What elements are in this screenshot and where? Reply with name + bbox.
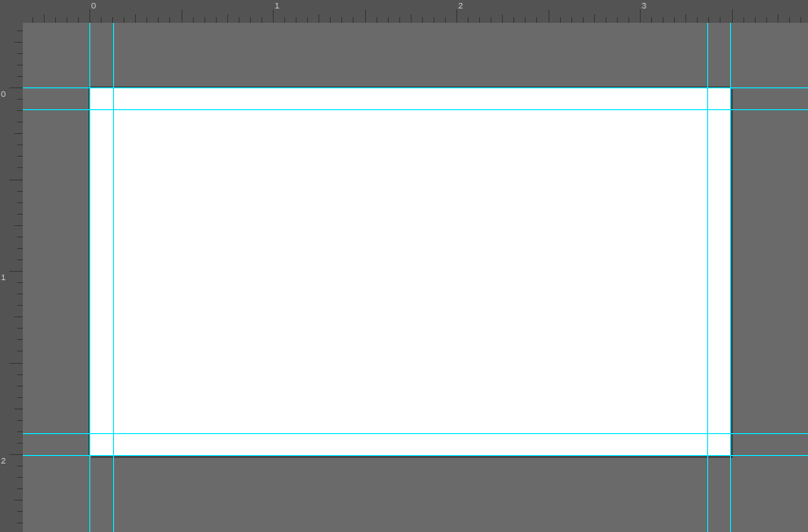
ruler-tick xyxy=(17,156,23,157)
workspace[interactable] xyxy=(23,23,808,532)
ruler-tick xyxy=(296,17,297,23)
ruler-label: 1 xyxy=(1,273,6,282)
guide-vertical[interactable] xyxy=(707,23,708,532)
ruler-tick xyxy=(502,14,503,23)
ruler-tick xyxy=(17,511,23,512)
ruler-label: 2 xyxy=(458,1,463,10)
ruler-tick xyxy=(456,10,457,23)
ruler-tick xyxy=(720,17,721,23)
ruler-tick xyxy=(17,522,23,523)
ruler-tick xyxy=(55,17,56,23)
ruler-tick xyxy=(548,10,549,23)
ruler-tick xyxy=(124,17,125,23)
ruler-tick xyxy=(479,17,480,23)
ruler-tick xyxy=(14,42,23,43)
ruler-tick xyxy=(78,17,79,23)
guide-horizontal[interactable] xyxy=(23,109,808,110)
ruler-tick xyxy=(17,248,23,249)
ruler-tick xyxy=(112,17,113,23)
ruler-tick xyxy=(14,500,23,501)
ruler-tick xyxy=(606,17,606,23)
ruler-tick xyxy=(273,10,274,23)
guide-horizontal[interactable] xyxy=(23,433,808,434)
ruler-tick xyxy=(17,110,23,111)
ruler-tick xyxy=(422,17,423,23)
ruler-tick xyxy=(146,17,147,23)
ruler-tick xyxy=(353,17,354,23)
ruler-tick xyxy=(491,17,491,23)
ruler-tick xyxy=(17,30,23,31)
ruler-tick xyxy=(44,14,45,23)
ruler-tick xyxy=(17,294,23,294)
ruler-tick xyxy=(89,10,90,23)
ruler-tick xyxy=(14,225,23,226)
ruler-tick xyxy=(17,202,23,203)
ruler-tick xyxy=(663,17,664,23)
ruler-tick xyxy=(14,133,23,134)
ruler-tick xyxy=(17,386,23,387)
ruler-tick xyxy=(32,17,33,23)
ruler-origin-corner[interactable] xyxy=(0,0,23,23)
ruler-tick xyxy=(766,17,767,23)
ruler-tick xyxy=(239,17,240,23)
ruler-tick xyxy=(67,17,67,23)
ruler-tick xyxy=(17,488,23,489)
ruler-tick xyxy=(628,17,629,23)
ruler-tick xyxy=(250,17,251,23)
ruler-tick xyxy=(216,17,217,23)
ruler-tick xyxy=(17,431,23,432)
ruler-tick xyxy=(10,454,23,455)
ruler-tick xyxy=(17,351,23,352)
ruler-tick xyxy=(101,17,102,23)
ruler-tick xyxy=(445,17,446,23)
ruler-tick xyxy=(341,17,342,23)
ruler-tick xyxy=(800,17,801,23)
ruler-tick xyxy=(17,259,23,260)
ruler-tick xyxy=(732,10,733,23)
ruler-horizontal[interactable]: 0123 xyxy=(23,0,808,23)
ruler-label: 2 xyxy=(1,456,6,466)
ruler-tick xyxy=(158,17,159,23)
guide-vertical[interactable] xyxy=(89,23,90,532)
ruler-label: 3 xyxy=(642,1,646,10)
ruler-tick xyxy=(284,17,285,23)
guide-horizontal[interactable] xyxy=(23,87,808,88)
ruler-tick xyxy=(14,316,23,317)
ruler-tick xyxy=(330,17,331,23)
ruler-tick xyxy=(17,374,23,375)
ruler-tick xyxy=(388,17,389,23)
canvas[interactable] xyxy=(89,87,730,455)
ruler-tick xyxy=(560,17,561,23)
guide-vertical[interactable] xyxy=(730,23,731,532)
ruler-label: 1 xyxy=(275,1,279,10)
ruler-tick xyxy=(17,420,23,421)
ruler-tick xyxy=(17,191,23,192)
ruler-tick xyxy=(10,363,23,364)
ruler-tick xyxy=(17,122,23,123)
ruler-tick xyxy=(17,305,23,306)
ruler-tick xyxy=(169,17,170,23)
ruler-tick xyxy=(525,17,526,23)
ruler-tick xyxy=(468,17,469,23)
ruler-vertical[interactable]: 012 xyxy=(0,23,23,532)
ruler-tick xyxy=(17,443,23,444)
ruler-tick xyxy=(307,17,308,23)
ruler-tick xyxy=(17,339,23,340)
guide-horizontal[interactable] xyxy=(23,455,808,456)
ruler-tick xyxy=(365,10,366,23)
ruler-tick xyxy=(697,17,698,23)
guide-vertical[interactable] xyxy=(113,23,114,532)
ruler-tick xyxy=(399,17,400,23)
ruler-tick xyxy=(755,17,756,23)
ruler-tick xyxy=(17,76,23,77)
ruler-tick xyxy=(17,328,23,329)
ruler-tick xyxy=(651,17,652,23)
ruler-tick xyxy=(17,237,23,238)
ruler-tick xyxy=(204,17,205,23)
ruler-tick xyxy=(640,10,641,23)
ruler-tick xyxy=(594,14,595,23)
ruler-label: 0 xyxy=(1,89,6,99)
ruler-tick xyxy=(789,17,790,23)
ruler-tick xyxy=(674,17,675,23)
ruler-label: 0 xyxy=(91,1,96,10)
